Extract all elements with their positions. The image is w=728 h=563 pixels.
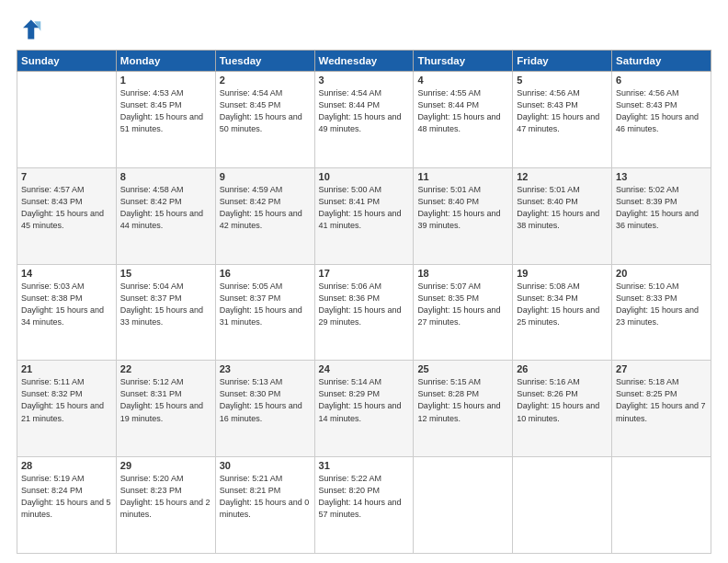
- day-content: Sunrise: 5:02 AM Sunset: 8:39 PM Dayligh…: [616, 184, 707, 232]
- calendar-week-row: 28Sunrise: 5:19 AM Sunset: 8:24 PM Dayli…: [17, 457, 711, 554]
- weekday-header-cell: Monday: [116, 51, 215, 72]
- day-content: Sunrise: 5:11 AM Sunset: 8:32 PM Dayligh…: [21, 376, 112, 424]
- page: SundayMondayTuesdayWednesdayThursdayFrid…: [0, 0, 728, 563]
- calendar-week-row: 1Sunrise: 4:53 AM Sunset: 8:45 PM Daylig…: [17, 72, 711, 168]
- weekday-header-cell: Sunday: [17, 51, 117, 72]
- day-number: 16: [220, 268, 311, 279]
- calendar-cell: 25Sunrise: 5:15 AM Sunset: 8:28 PM Dayli…: [414, 361, 513, 457]
- weekday-header-cell: Tuesday: [215, 51, 314, 72]
- day-number: 3: [319, 75, 410, 86]
- calendar-cell: 20Sunrise: 5:10 AM Sunset: 8:33 PM Dayli…: [612, 264, 711, 361]
- day-content: Sunrise: 4:57 AM Sunset: 8:43 PM Dayligh…: [21, 184, 112, 232]
- day-number: 23: [220, 363, 311, 374]
- day-content: Sunrise: 5:03 AM Sunset: 8:38 PM Dayligh…: [21, 281, 112, 328]
- calendar-cell: 24Sunrise: 5:14 AM Sunset: 8:29 PM Dayli…: [314, 361, 414, 457]
- day-content: Sunrise: 4:53 AM Sunset: 8:45 PM Dayligh…: [120, 87, 211, 135]
- day-content: Sunrise: 5:16 AM Sunset: 8:26 PM Dayligh…: [517, 376, 608, 424]
- day-number: 13: [616, 171, 707, 182]
- day-content: Sunrise: 5:10 AM Sunset: 8:33 PM Dayligh…: [616, 281, 707, 328]
- day-number: 15: [120, 268, 211, 279]
- weekday-header-cell: Thursday: [414, 51, 513, 72]
- day-content: Sunrise: 5:22 AM Sunset: 8:20 PM Dayligh…: [319, 473, 410, 521]
- calendar-cell: 27Sunrise: 5:18 AM Sunset: 8:25 PM Dayli…: [612, 361, 711, 457]
- calendar-cell: [17, 72, 117, 168]
- day-content: Sunrise: 5:08 AM Sunset: 8:34 PM Dayligh…: [517, 281, 608, 328]
- calendar-week-row: 7Sunrise: 4:57 AM Sunset: 8:43 PM Daylig…: [17, 167, 711, 264]
- day-content: Sunrise: 5:05 AM Sunset: 8:37 PM Dayligh…: [220, 281, 311, 328]
- day-number: 9: [220, 171, 311, 182]
- day-number: 26: [517, 363, 608, 374]
- calendar-week-row: 21Sunrise: 5:11 AM Sunset: 8:32 PM Dayli…: [17, 361, 711, 457]
- logo: [17, 17, 44, 42]
- day-content: Sunrise: 4:56 AM Sunset: 8:43 PM Dayligh…: [517, 87, 608, 135]
- day-content: Sunrise: 5:07 AM Sunset: 8:35 PM Dayligh…: [417, 281, 508, 328]
- day-number: 18: [417, 268, 508, 279]
- day-number: 6: [616, 75, 707, 86]
- day-content: Sunrise: 5:18 AM Sunset: 8:25 PM Dayligh…: [616, 376, 707, 424]
- day-content: Sunrise: 4:58 AM Sunset: 8:42 PM Dayligh…: [120, 184, 211, 232]
- day-number: 8: [120, 171, 211, 182]
- calendar-cell: 6Sunrise: 4:56 AM Sunset: 8:43 PM Daylig…: [612, 72, 711, 168]
- calendar-week-row: 14Sunrise: 5:03 AM Sunset: 8:38 PM Dayli…: [17, 264, 711, 361]
- day-number: 30: [220, 460, 311, 471]
- calendar-cell: 14Sunrise: 5:03 AM Sunset: 8:38 PM Dayli…: [17, 264, 117, 361]
- day-number: 21: [21, 363, 112, 374]
- day-content: Sunrise: 4:55 AM Sunset: 8:44 PM Dayligh…: [417, 87, 508, 135]
- day-content: Sunrise: 5:20 AM Sunset: 8:23 PM Dayligh…: [120, 473, 211, 521]
- calendar-cell: 21Sunrise: 5:11 AM Sunset: 8:32 PM Dayli…: [17, 361, 117, 457]
- day-number: 19: [517, 268, 608, 279]
- calendar-cell: 18Sunrise: 5:07 AM Sunset: 8:35 PM Dayli…: [414, 264, 513, 361]
- calendar-cell: 15Sunrise: 5:04 AM Sunset: 8:37 PM Dayli…: [116, 264, 215, 361]
- calendar-cell: 26Sunrise: 5:16 AM Sunset: 8:26 PM Dayli…: [513, 361, 612, 457]
- day-content: Sunrise: 5:19 AM Sunset: 8:24 PM Dayligh…: [21, 473, 112, 521]
- calendar-cell: 7Sunrise: 4:57 AM Sunset: 8:43 PM Daylig…: [17, 167, 117, 264]
- day-number: 4: [417, 75, 508, 86]
- day-number: 10: [319, 171, 410, 182]
- day-number: 2: [220, 75, 311, 86]
- logo-icon: [17, 17, 42, 42]
- calendar-cell: 31Sunrise: 5:22 AM Sunset: 8:20 PM Dayli…: [314, 457, 414, 554]
- calendar-cell: 5Sunrise: 4:56 AM Sunset: 8:43 PM Daylig…: [513, 72, 612, 168]
- weekday-header-cell: Saturday: [612, 51, 711, 72]
- calendar-cell: 10Sunrise: 5:00 AM Sunset: 8:41 PM Dayli…: [314, 167, 414, 264]
- calendar: SundayMondayTuesdayWednesdayThursdayFrid…: [17, 50, 711, 554]
- day-content: Sunrise: 4:54 AM Sunset: 8:44 PM Dayligh…: [319, 87, 410, 135]
- day-content: Sunrise: 5:01 AM Sunset: 8:40 PM Dayligh…: [517, 184, 608, 232]
- day-number: 12: [517, 171, 608, 182]
- calendar-cell: 13Sunrise: 5:02 AM Sunset: 8:39 PM Dayli…: [612, 167, 711, 264]
- day-number: 28: [21, 460, 112, 471]
- calendar-cell: [513, 457, 612, 554]
- calendar-cell: [612, 457, 711, 554]
- calendar-cell: 1Sunrise: 4:53 AM Sunset: 8:45 PM Daylig…: [116, 72, 215, 168]
- weekday-header-row: SundayMondayTuesdayWednesdayThursdayFrid…: [17, 51, 711, 72]
- calendar-cell: 2Sunrise: 4:54 AM Sunset: 8:45 PM Daylig…: [215, 72, 314, 168]
- weekday-header-cell: Wednesday: [314, 51, 414, 72]
- day-number: 5: [517, 75, 608, 86]
- day-number: 11: [417, 171, 508, 182]
- day-number: 24: [319, 363, 410, 374]
- calendar-cell: 12Sunrise: 5:01 AM Sunset: 8:40 PM Dayli…: [513, 167, 612, 264]
- day-number: 20: [616, 268, 707, 279]
- day-number: 27: [616, 363, 707, 374]
- day-number: 7: [21, 171, 112, 182]
- day-content: Sunrise: 5:21 AM Sunset: 8:21 PM Dayligh…: [220, 473, 311, 521]
- day-number: 22: [120, 363, 211, 374]
- calendar-body: 1Sunrise: 4:53 AM Sunset: 8:45 PM Daylig…: [17, 72, 711, 554]
- calendar-cell: 22Sunrise: 5:12 AM Sunset: 8:31 PM Dayli…: [116, 361, 215, 457]
- day-number: 1: [120, 75, 211, 86]
- calendar-cell: 23Sunrise: 5:13 AM Sunset: 8:30 PM Dayli…: [215, 361, 314, 457]
- day-content: Sunrise: 5:00 AM Sunset: 8:41 PM Dayligh…: [319, 184, 410, 232]
- weekday-header-cell: Friday: [513, 51, 612, 72]
- day-content: Sunrise: 4:54 AM Sunset: 8:45 PM Dayligh…: [220, 87, 311, 135]
- header: [17, 17, 711, 42]
- calendar-cell: 30Sunrise: 5:21 AM Sunset: 8:21 PM Dayli…: [215, 457, 314, 554]
- day-content: Sunrise: 5:12 AM Sunset: 8:31 PM Dayligh…: [120, 376, 211, 424]
- calendar-cell: 9Sunrise: 4:59 AM Sunset: 8:42 PM Daylig…: [215, 167, 314, 264]
- day-number: 29: [120, 460, 211, 471]
- calendar-cell: 3Sunrise: 4:54 AM Sunset: 8:44 PM Daylig…: [314, 72, 414, 168]
- calendar-cell: 11Sunrise: 5:01 AM Sunset: 8:40 PM Dayli…: [414, 167, 513, 264]
- day-number: 25: [417, 363, 508, 374]
- calendar-cell: 16Sunrise: 5:05 AM Sunset: 8:37 PM Dayli…: [215, 264, 314, 361]
- day-content: Sunrise: 5:14 AM Sunset: 8:29 PM Dayligh…: [319, 376, 410, 424]
- calendar-cell: 19Sunrise: 5:08 AM Sunset: 8:34 PM Dayli…: [513, 264, 612, 361]
